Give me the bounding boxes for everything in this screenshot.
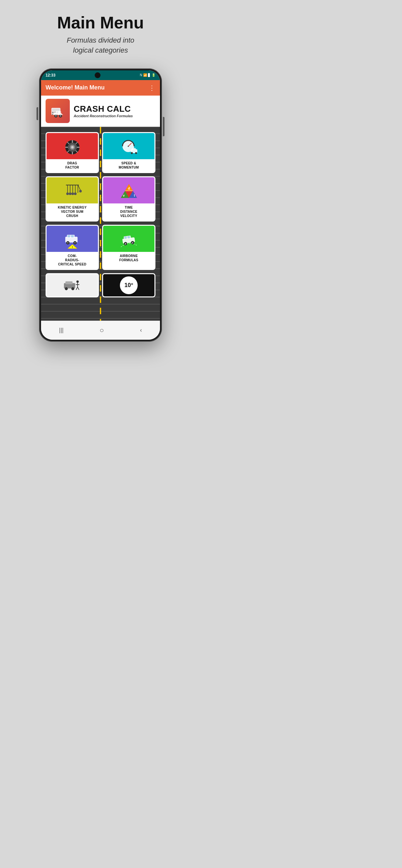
svg-rect-71	[65, 281, 73, 284]
svg-point-73	[71, 287, 74, 290]
svg-point-59	[74, 242, 76, 244]
svg-point-74	[76, 280, 79, 283]
tire-icon	[63, 138, 82, 156]
menu-row-2: KINETIC ENERGYVECTOR SUMCRUSH d	[46, 176, 155, 221]
svg-point-37	[66, 192, 69, 195]
kinetic-energy-label: KINETIC ENERGYVECTOR SUMCRUSH	[47, 204, 98, 221]
airborne-formulas-label: AIRBORNEFORMULAS	[103, 252, 154, 265]
header-text: CRASH CALC Accident Reconstruction Formu…	[74, 104, 133, 118]
nav-back-button[interactable]: ‹	[134, 326, 148, 335]
com-radius-critical-label: COM-RADIUS-CRITICAL SPEED	[47, 252, 98, 269]
svg-line-41	[78, 185, 81, 190]
com-radius-critical-icon-area: !	[47, 226, 98, 252]
svg-rect-2	[52, 112, 54, 113]
svg-point-57	[67, 242, 68, 244]
svg-text:!: !	[72, 245, 73, 249]
svg-point-40	[74, 192, 77, 195]
header-banner: CRASH CALC Accident Reconstruction Formu…	[41, 96, 160, 127]
page-subtitle: Formulas divided intological categories	[66, 35, 134, 56]
front-camera	[95, 72, 100, 78]
speed-momentum-icon-area	[103, 133, 154, 159]
status-icons: N 📶 ▊ 🔋	[140, 73, 155, 77]
speedometer-car-icon	[119, 138, 139, 156]
partial-right-icon-area: 10°	[103, 274, 154, 297]
svg-text:v: v	[123, 194, 125, 197]
svg-point-11	[60, 115, 61, 117]
suv-pedestrian-icon	[63, 278, 81, 292]
svg-point-42	[79, 190, 82, 192]
app-name: CRASH CALC	[74, 104, 133, 114]
svg-point-9	[55, 115, 57, 117]
phone-device: 12:33 N 📶 ▊ 🔋 Welcome! Main Menu ⋮	[39, 68, 162, 342]
suv-triangle-icon: !	[63, 231, 82, 249]
com-radius-critical-card[interactable]: ! COM-RADIUS-CRITICAL SPEED	[46, 225, 99, 270]
road-background: DRAGFACTOR	[41, 127, 160, 321]
kinetic-energy-icon-area	[47, 177, 98, 204]
svg-rect-55	[71, 235, 74, 237]
svg-rect-64	[124, 237, 127, 239]
page-title: Main Menu	[57, 13, 144, 32]
time-distance-velocity-label: TIMEDISTANCEVELOCITY	[103, 204, 154, 221]
partial-card-left[interactable]	[46, 273, 99, 298]
svg-rect-1	[52, 108, 60, 111]
svg-line-77	[76, 287, 78, 290]
svg-text:d: d	[127, 187, 130, 190]
svg-rect-54	[67, 235, 70, 237]
partial-card-right[interactable]: 10°	[102, 273, 155, 298]
svg-point-26	[127, 146, 129, 147]
kinetic-energy-card[interactable]: KINETIC ENERGYVECTOR SUMCRUSH	[46, 176, 99, 221]
app-bar: Welcome! Main Menu ⋮	[41, 80, 160, 96]
svg-rect-28	[132, 148, 136, 150]
svg-point-38	[69, 192, 71, 195]
logo-icon	[49, 102, 66, 120]
more-options-button[interactable]: ⋮	[149, 84, 155, 92]
menu-row-3: ! COM-RADIUS-CRITICAL SPEED	[46, 225, 155, 270]
svg-point-39	[71, 192, 74, 195]
pendulum-icon	[63, 182, 82, 200]
app-logo	[46, 99, 70, 123]
svg-point-30	[135, 152, 137, 154]
svg-rect-65	[127, 236, 130, 238]
status-bar: 12:33 N 📶 ▊ 🔋	[41, 70, 160, 80]
nav-home-button[interactable]: ○	[93, 325, 110, 336]
airborne-formulas-card[interactable]: AIRBORNEFORMULAS	[102, 225, 155, 270]
time-distance-velocity-icon-area: d v t	[103, 177, 154, 204]
drag-factor-label: DRAGFACTOR	[47, 159, 98, 172]
phone-screen: 12:33 N 📶 ▊ 🔋 Welcome! Main Menu ⋮	[41, 70, 160, 340]
app-bar-title: Welcome! Main Menu	[46, 84, 105, 91]
status-time: 12:33	[46, 73, 56, 78]
partial-left-icon-area	[47, 274, 98, 297]
speed-momentum-card[interactable]: SPEED &MOMENTUM	[102, 132, 155, 173]
app-tagline: Accident Reconstruction Formulas	[74, 114, 133, 118]
speed-momentum-label: SPEED &MOMENTUM	[103, 159, 154, 172]
time-distance-velocity-card[interactable]: d v t TIMEDISTANCEVELOCITY	[102, 176, 155, 221]
svg-point-29	[131, 152, 133, 154]
nav-recents-button[interactable]: |||	[53, 326, 70, 335]
svg-line-78	[78, 287, 79, 290]
menu-row-1: DRAGFACTOR	[46, 132, 155, 173]
wifi-icon: 📶	[143, 73, 147, 77]
airborne-car-icon	[119, 231, 139, 249]
signal-icon: ▊	[148, 73, 151, 77]
battery-icon: 🔋	[151, 73, 155, 77]
nfc-icon: N	[140, 73, 142, 77]
navigation-bar: ||| ○ ‹	[41, 321, 160, 340]
drag-factor-card[interactable]: DRAGFACTOR	[46, 132, 99, 173]
dvt-triangle-icon: d v t	[119, 182, 139, 200]
drag-factor-icon-area	[47, 133, 98, 159]
menu-row-4: 10°	[46, 273, 155, 298]
svg-point-15	[71, 146, 74, 149]
airborne-formulas-icon-area	[103, 226, 154, 252]
svg-point-72	[65, 287, 68, 290]
